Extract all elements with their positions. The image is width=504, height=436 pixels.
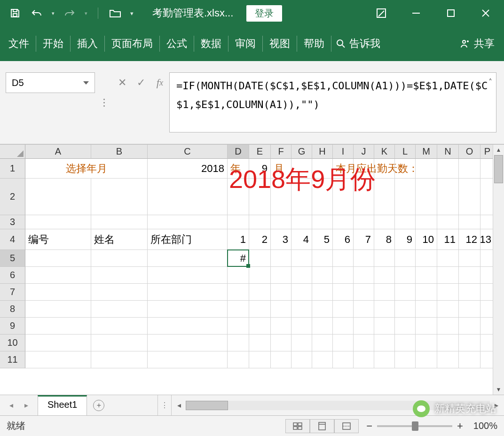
sheet-tab-active[interactable]: Sheet1 (38, 395, 87, 415)
cell-B11[interactable] (91, 351, 148, 368)
cell-L9[interactable] (395, 318, 416, 335)
cell-D3[interactable] (228, 215, 249, 229)
cell-L1[interactable] (395, 159, 416, 179)
scroll-down-icon[interactable]: ▼ (493, 384, 504, 395)
cell-K11[interactable] (374, 351, 395, 368)
cell-B6[interactable] (91, 267, 148, 284)
cell-H8[interactable] (312, 301, 333, 318)
cell-H3[interactable] (312, 215, 333, 229)
cell-C3[interactable] (148, 215, 228, 229)
cell-I10[interactable] (333, 335, 354, 351)
cell-J9[interactable] (354, 318, 374, 335)
cell-M1[interactable] (416, 159, 437, 179)
cell-G7[interactable] (291, 284, 312, 301)
cell-M8[interactable] (416, 301, 437, 318)
column-header-C[interactable]: C (148, 145, 228, 159)
cell-C10[interactable] (148, 335, 228, 351)
column-header-D[interactable]: D (228, 145, 249, 159)
cell-N6[interactable] (437, 267, 459, 284)
tab-splitter-icon[interactable]: ⋮ (158, 395, 172, 415)
cell-C9[interactable] (148, 318, 228, 335)
select-all-corner[interactable] (0, 145, 25, 159)
cell-K7[interactable] (374, 284, 395, 301)
vertical-scrollbar[interactable]: ▲ ▼ (493, 145, 504, 395)
cell-F8[interactable] (271, 301, 291, 318)
name-box-dropdown-icon[interactable] (83, 81, 89, 85)
cell-L5[interactable] (395, 250, 416, 267)
cell-I5[interactable] (333, 250, 354, 267)
row-header-7[interactable]: 7 (0, 284, 25, 301)
cell-G2[interactable] (291, 179, 312, 215)
column-header-H[interactable]: H (312, 145, 333, 159)
cell-A4[interactable]: 编号 (25, 229, 91, 250)
cell-J11[interactable] (354, 351, 374, 368)
tab-file[interactable]: 文件 (5, 33, 33, 54)
cell-O4[interactable]: 12 (459, 229, 480, 250)
cell-D10[interactable] (228, 335, 249, 351)
cell-F5[interactable] (271, 250, 291, 267)
cell-A5[interactable] (25, 250, 91, 267)
cell-O11[interactable] (459, 351, 480, 368)
cell-B5[interactable] (91, 250, 148, 267)
column-header-A[interactable]: A (25, 145, 91, 159)
cell-K10[interactable] (374, 335, 395, 351)
cell-K1[interactable] (374, 159, 395, 179)
open-folder-icon[interactable] (109, 7, 122, 20)
cell-L10[interactable] (395, 335, 416, 351)
tab-scroll-left-icon[interactable]: ◂ (9, 401, 13, 410)
row-header-4[interactable]: 4 (0, 229, 25, 250)
cell-C11[interactable] (148, 351, 228, 368)
cell-J4[interactable]: 7 (354, 229, 374, 250)
cell-K4[interactable]: 8 (374, 229, 395, 250)
undo-dropdown-icon[interactable]: ▾ (52, 10, 55, 16)
zoom-in-button[interactable]: + (457, 420, 463, 432)
cell-N2[interactable] (437, 179, 459, 215)
cell-M11[interactable] (416, 351, 437, 368)
cell-B3[interactable] (91, 215, 148, 229)
cell-J1[interactable] (354, 159, 374, 179)
scroll-up-icon[interactable]: ▲ (493, 145, 504, 155)
cell-M4[interactable]: 10 (416, 229, 437, 250)
tab-review[interactable]: 审阅 (231, 33, 260, 54)
cell-D8[interactable] (228, 301, 249, 318)
cell-C4[interactable]: 所在部门 (148, 229, 228, 250)
cell-A9[interactable] (25, 318, 91, 335)
cell-F1[interactable]: 月 (271, 159, 291, 179)
cell-K2[interactable] (374, 179, 395, 215)
column-header-B[interactable]: B (91, 145, 148, 159)
formula-bar-resize-icon[interactable] (100, 72, 108, 132)
cell-E3[interactable] (249, 215, 271, 229)
view-page-break-icon[interactable] (334, 419, 359, 433)
row-header-10[interactable]: 10 (0, 335, 25, 351)
cell-L6[interactable] (395, 267, 416, 284)
zoom-percent[interactable]: 100% (473, 420, 497, 431)
cell-I1[interactable]: 本月应出勤天数： (333, 159, 354, 179)
cell-B8[interactable] (91, 301, 148, 318)
cell-O3[interactable] (459, 215, 480, 229)
cell-M6[interactable] (416, 267, 437, 284)
cell-F11[interactable] (271, 351, 291, 368)
cell-I4[interactable]: 6 (333, 229, 354, 250)
cell-H10[interactable] (312, 335, 333, 351)
cell-G4[interactable]: 4 (291, 229, 312, 250)
column-header-N[interactable]: N (437, 145, 459, 159)
cell-N5[interactable] (437, 250, 459, 267)
cell-B4[interactable]: 姓名 (91, 229, 148, 250)
column-header-L[interactable]: L (395, 145, 416, 159)
tab-insert[interactable]: 插入 (73, 33, 102, 54)
cell-N10[interactable] (437, 335, 459, 351)
cell-C7[interactable] (148, 284, 228, 301)
cell-G5[interactable] (291, 250, 312, 267)
cell-E9[interactable] (249, 318, 271, 335)
tab-page-layout[interactable]: 页面布局 (108, 33, 157, 54)
cell-J10[interactable] (354, 335, 374, 351)
tab-data[interactable]: 数据 (197, 33, 225, 54)
cell-H7[interactable] (312, 284, 333, 301)
cell-H6[interactable] (312, 267, 333, 284)
cell-B10[interactable] (91, 335, 148, 351)
cell-D2[interactable] (228, 179, 249, 215)
cell-K9[interactable] (374, 318, 395, 335)
cell-H9[interactable] (312, 318, 333, 335)
qat-customize-icon[interactable]: ▾ (130, 10, 134, 17)
cell-E7[interactable] (249, 284, 271, 301)
